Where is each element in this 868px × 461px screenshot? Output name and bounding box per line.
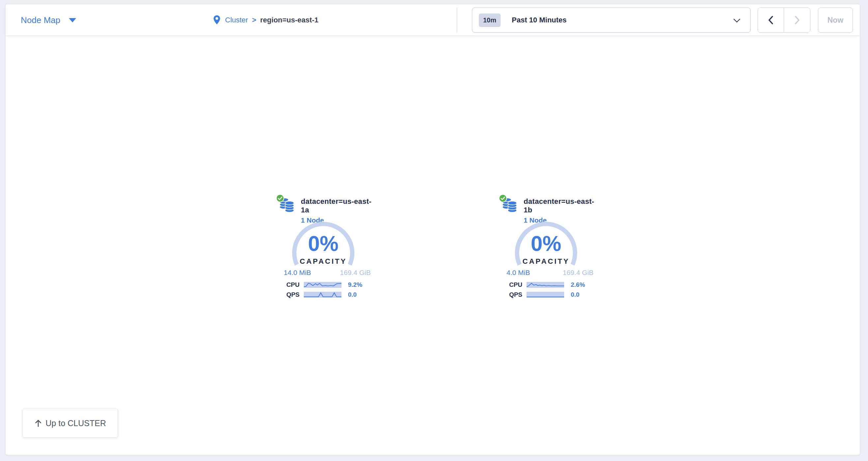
breadcrumb-cluster-link[interactable]: Cluster [225, 16, 248, 24]
up-to-cluster-label: Up to CLUSTER [45, 419, 106, 428]
capacity-percent: 0% [308, 233, 339, 254]
healthy-check-icon [499, 194, 507, 202]
locality-card-us-east-1b[interactable]: datacenter=us-east-1b 1 Node 0% CAPACITY… [502, 195, 597, 303]
view-selector-label: Node Map [21, 15, 60, 25]
up-to-cluster-button[interactable]: Up to CLUSTER [23, 409, 118, 438]
breadcrumb-current: region=us-east-1 [260, 16, 319, 24]
capacity-range: 4.0 MiB 169.4 GiB [506, 269, 593, 276]
time-prev-button[interactable] [758, 8, 784, 32]
caret-down-icon [69, 18, 76, 22]
time-window-badge: 10m [479, 13, 501, 27]
time-nav-buttons [757, 7, 810, 33]
locality-card-us-east-1a[interactable]: datacenter=us-east-1a 1 Node 0% CAPACITY… [279, 195, 375, 303]
location-pin-icon [213, 15, 221, 26]
chevron-right-icon [794, 15, 800, 25]
capacity-total: 169.4 GiB [563, 269, 593, 276]
capacity-used: 4.0 MiB [506, 269, 530, 276]
qps-value: 0.0 [571, 291, 579, 298]
cpu-label: CPU [279, 281, 300, 289]
time-next-button[interactable] [784, 8, 810, 32]
cpu-value: 2.6% [571, 281, 585, 289]
qps-value: 0.0 [348, 291, 356, 298]
cpu-metric-row: CPU 2.6% [502, 281, 585, 289]
qps-sparkline [527, 292, 564, 298]
arrow-up-icon [34, 419, 42, 427]
breadcrumb: Cluster > region=us-east-1 [213, 4, 318, 36]
chevron-down-icon [733, 19, 741, 23]
time-window-dropdown[interactable]: 10m Past 10 Minutes [472, 7, 751, 33]
healthy-check-icon [276, 194, 284, 202]
capacity-range: 14.0 MiB 169.4 GiB [284, 269, 371, 276]
capacity-used: 14.0 MiB [284, 269, 311, 276]
capacity-percent: 0% [531, 233, 561, 254]
qps-metric-row: QPS 0.0 [502, 291, 579, 299]
qps-label: QPS [502, 291, 522, 298]
cpu-value: 9.2% [348, 281, 362, 289]
qps-label: QPS [279, 291, 300, 298]
locality-name: datacenter=us-east-1b [524, 197, 597, 215]
cpu-label: CPU [502, 281, 522, 289]
qps-metric-row: QPS 0.0 [279, 291, 356, 299]
cpu-metric-row: CPU 9.2% [279, 281, 362, 289]
cpu-sparkline [304, 282, 341, 288]
locality-name: datacenter=us-east-1a [301, 197, 375, 215]
header-divider [457, 7, 457, 33]
chevron-left-icon [768, 15, 774, 25]
page-header: Node Map Cluster > region=us-east-1 10m … [6, 4, 860, 36]
capacity-caption: CAPACITY [300, 257, 347, 266]
breadcrumb-separator: > [252, 16, 256, 24]
node-map-panel: Node Map Cluster > region=us-east-1 10m … [5, 4, 860, 455]
cpu-sparkline [527, 282, 564, 288]
capacity-caption: CAPACITY [523, 257, 570, 266]
time-window-label: Past 10 Minutes [512, 16, 566, 24]
qps-sparkline [304, 292, 341, 298]
view-selector-dropdown[interactable]: Node Map [21, 4, 76, 36]
now-button[interactable]: Now [818, 7, 853, 33]
capacity-total: 169.4 GiB [340, 269, 371, 276]
